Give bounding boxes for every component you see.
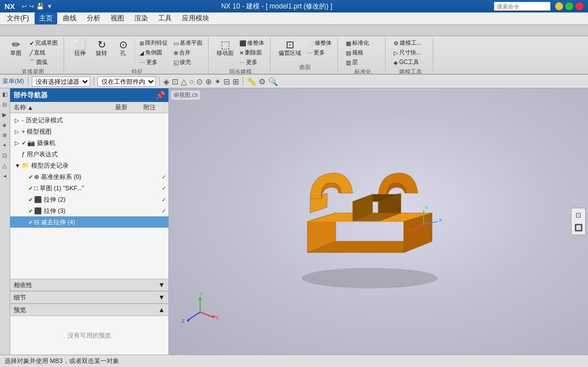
- tree-item-datum[interactable]: ✔ ⊕ 基准坐标系 (0) ✓: [10, 171, 168, 182]
- menu-label[interactable]: 菜单(M): [2, 77, 24, 86]
- deleteface-btn[interactable]: ✕删除面: [237, 48, 266, 57]
- menu-appmodule[interactable]: 应用模块: [177, 12, 214, 24]
- dependency-title: 相依性: [14, 281, 158, 289]
- direct-sketch-btn[interactable]: ✏ 草图: [6, 39, 26, 67]
- more-feature-btn[interactable]: ⋯更多: [137, 58, 170, 67]
- cornerround-btn[interactable]: ◢角倒圆: [137, 48, 170, 57]
- tree-item-camera[interactable]: ▷ ✔ 📷 摄像机: [10, 137, 168, 148]
- dependency-section-header[interactable]: 相依性 ▼: [10, 279, 168, 291]
- maximize-button[interactable]: [565, 2, 573, 10]
- extrude-btn[interactable]: ⬜ 拉伸: [70, 39, 90, 67]
- tb-icon-4[interactable]: ○: [189, 77, 194, 86]
- merge-btn[interactable]: ⊕合并: [171, 48, 205, 57]
- extrude-icon: ⬜: [74, 40, 86, 50]
- tb-icon-8[interactable]: ⊟: [223, 77, 230, 86]
- side-icon-7[interactable]: ⊡: [0, 151, 9, 160]
- arc-btn[interactable]: ⌒圆弧: [27, 58, 60, 67]
- ribbon: ✏ 草图 ✔完成草图 ╱直线 ⌒圆弧 直接草图 ⬜ 拉伸 ↻: [0, 25, 588, 75]
- tb-icon-9[interactable]: ⊞: [232, 77, 239, 86]
- moresurf-btn[interactable]: ⋯更多: [304, 48, 334, 57]
- side-icon-9[interactable]: ◂: [0, 171, 9, 180]
- side-icon-6[interactable]: ✦: [0, 140, 9, 150]
- redo-icon[interactable]: ↪: [29, 3, 34, 10]
- tree-item-modelview[interactable]: ▷ + 模型视图: [10, 126, 168, 137]
- part-navigator: 部件导航器 📌 名称 ▲ 最新 附注 ▷ - 历史记录模式: [10, 88, 169, 355]
- replaceface-btn[interactable]: ⬛修整体: [237, 39, 266, 48]
- draft-buttons: ✏ 草图 ✔完成草图 ╱直线 ⌒圆弧: [6, 39, 60, 67]
- tb-icon-1[interactable]: ◈: [163, 77, 170, 86]
- moveface-btn[interactable]: ⬚ 移动面: [214, 39, 236, 67]
- menu-analysis[interactable]: 分析: [82, 12, 105, 24]
- quicktools-more[interactable]: ▼: [46, 3, 53, 10]
- array-feature-btn[interactable]: ⊞阵列特征: [137, 39, 170, 48]
- tree-label-extrude3: 拉伸 (3): [44, 207, 162, 215]
- tree-status-extrude2: ✓: [162, 197, 166, 203]
- finish-sketch-btn[interactable]: ✔完成草图: [27, 39, 60, 48]
- build-btn1[interactable]: ⚙建模工...: [391, 39, 424, 48]
- tree-item-modelhistory[interactable]: ▼ 📁 模型历史记录: [10, 160, 168, 171]
- std-btn3[interactable]: ▥层: [344, 58, 371, 67]
- tree-item-sketch[interactable]: ✔ □ 草图 (1) "SKF..." ✓: [10, 182, 168, 194]
- menu-home[interactable]: 主页: [35, 12, 57, 24]
- col-recent[interactable]: 最新: [112, 102, 140, 113]
- side-icon-3[interactable]: ▶: [0, 110, 9, 119]
- tree-item-userexpr[interactable]: ƒ 用户表达式: [10, 148, 168, 160]
- tree-item-subtract4[interactable]: ✔ ⊟ 减去拉伸 (4): [10, 216, 168, 228]
- draft-btn[interactable]: ◱拔壳: [171, 58, 205, 67]
- svg-text:X: X: [439, 217, 442, 223]
- std-btn1[interactable]: ▦标准化: [344, 39, 371, 48]
- side-icon-4[interactable]: ◈: [0, 120, 9, 129]
- scope-select[interactable]: 仅在工作部件内: [98, 76, 156, 87]
- detail-section-header[interactable]: 细节 ▼: [10, 291, 168, 304]
- tb-icon-10[interactable]: 📏: [247, 77, 256, 86]
- tb-icon-12[interactable]: 🔍: [268, 77, 278, 86]
- menu-view[interactable]: 视图: [106, 12, 129, 24]
- panel-pin-icon[interactable]: 📌: [155, 91, 165, 100]
- undo-icon[interactable]: ↩: [22, 3, 27, 10]
- side-icon-1[interactable]: ◧: [0, 89, 9, 99]
- replacetrimmed-btn[interactable]: ⬜修整体: [304, 39, 334, 48]
- tree-label-extrude2: 拉伸 (2): [44, 195, 162, 204]
- col-note[interactable]: 附注: [140, 102, 168, 113]
- tb-icon-2[interactable]: ⊡: [172, 77, 179, 86]
- close-button[interactable]: [576, 2, 583, 10]
- basePlane-btn[interactable]: ▭基准平面: [171, 39, 205, 48]
- offset-region-btn[interactable]: ⊡ 偏置区域: [276, 39, 303, 62]
- line-btn[interactable]: ╱直线: [27, 48, 60, 57]
- tb-icon-5[interactable]: ⊙: [196, 77, 203, 86]
- orient-btn[interactable]: 🔲: [573, 222, 584, 233]
- tb-icon-6[interactable]: ⊕: [205, 77, 212, 86]
- preview-section-header[interactable]: 预览 ▲: [10, 304, 168, 316]
- tb-icon-11[interactable]: ⚙: [259, 77, 266, 86]
- minimize-button[interactable]: [555, 2, 563, 10]
- tree-toggle-modelhistory[interactable]: ▼: [15, 163, 22, 169]
- menu-file[interactable]: 文件(F): [2, 12, 33, 24]
- side-icon-2[interactable]: ⊟: [0, 100, 9, 109]
- tree-toggle-userexpr[interactable]: [15, 151, 22, 157]
- build-btn2[interactable]: ▷尺寸快...: [391, 48, 424, 57]
- more-sync-btn[interactable]: ⋯更多: [237, 58, 266, 67]
- tb-icon-3[interactable]: △: [181, 77, 187, 86]
- filter-select[interactable]: 没有选择过滤器: [32, 76, 90, 87]
- col-name[interactable]: 名称 ▲: [10, 102, 112, 113]
- menu-curve[interactable]: 曲线: [58, 12, 81, 24]
- build-btn3[interactable]: ◈GC工具: [391, 58, 424, 67]
- menu-tools[interactable]: 工具: [154, 12, 176, 24]
- zoom-fit-btn[interactable]: ⊡: [573, 210, 584, 221]
- viewport[interactable]: X Y Z X Y Z ⊡ 🔲 俯视图.cs: [169, 88, 588, 355]
- revolve-btn[interactable]: ↻ 旋转: [91, 39, 112, 67]
- tree-toggle-modelview[interactable]: ▷: [15, 129, 22, 135]
- std-btn2[interactable]: ▤规格: [344, 48, 371, 57]
- tree-item-extrude2[interactable]: ✔ ⬛ 拉伸 (2) ✓: [10, 194, 168, 205]
- tree-item-extrude3[interactable]: ✔ ⬛ 拉伸 (3) ✓: [10, 205, 168, 216]
- tree-item-history[interactable]: ▷ - 历史记录模式: [10, 114, 168, 126]
- tree-toggle-history[interactable]: ▷: [15, 117, 22, 123]
- side-icon-5[interactable]: ⊕: [0, 130, 9, 139]
- side-icon-8[interactable]: △: [0, 161, 9, 170]
- tree-toggle-camera[interactable]: ▷: [15, 140, 22, 146]
- tb-icon-7[interactable]: ✦: [214, 77, 221, 86]
- search-input[interactable]: [494, 2, 551, 11]
- menu-render[interactable]: 渲染: [130, 12, 153, 24]
- hole-btn[interactable]: ⊙ 孔: [113, 39, 133, 67]
- save-icon[interactable]: 💾: [36, 3, 44, 10]
